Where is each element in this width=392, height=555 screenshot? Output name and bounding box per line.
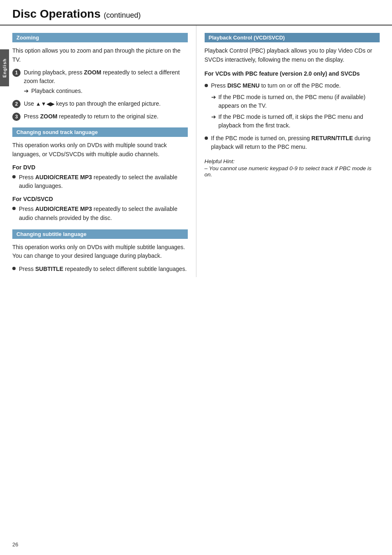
step-2-text-after: keys to pan through the enlarged picture… (55, 100, 161, 107)
arrow-r1 (211, 93, 218, 102)
step-1-arrow: Playback continues. (24, 87, 188, 95)
dvd-audio-bullet: Press AUDIO/CREATE MP3 repeatedly to sel… (12, 173, 188, 191)
step-1-text-before: During playback, press (24, 69, 84, 76)
step-2-content: Use ▲▼◀▶ keys to pan through the enlarge… (24, 99, 188, 108)
helpful-hint: Helpful Hint: – You cannot use numeric k… (205, 158, 380, 178)
continued-label: (continued) (104, 11, 141, 19)
vcds-header: For VCDs with PBC feature (version 2.0 o… (205, 70, 380, 78)
subtitle-content: Press SUBTITLE repeatedly to select diff… (19, 265, 188, 274)
subtitle-section: Changing subtitle language This operatio… (12, 229, 188, 274)
disc-menu-bullet: Press DISC MENU to turn on or off the PB… (205, 81, 380, 130)
step-2-text-before: Use (24, 100, 36, 107)
return-title-bullet: If the PBC mode is turned on, pressing R… (205, 134, 380, 152)
bullet-dot-r2 (205, 136, 208, 140)
arrow-symbol-1 (24, 87, 30, 95)
step-3-content: Press ZOOM repeatedly to return to the o… (24, 112, 188, 121)
bullet-dot-r1 (205, 84, 208, 87)
pbc-arrow-1: If the PBC mode is turned on, the PBC me… (211, 93, 380, 110)
playback-intro: Playback Control (PBC) playback allows y… (205, 46, 380, 64)
vcd-audio-bold: AUDIO/CREATE MP3 (35, 206, 92, 212)
bullet-dot-1 (12, 175, 16, 178)
vcd-audio-bullet: Press AUDIO/CREATE MP3 repeatedly to sel… (12, 205, 188, 222)
sound-section: Changing sound track language This opera… (12, 127, 188, 222)
page-number: 26 (12, 541, 18, 548)
language-tab: English (0, 49, 9, 86)
vcd-audio-content: Press AUDIO/CREATE MP3 repeatedly to sel… (19, 205, 188, 222)
playback-section: Playback Control (VCD/SVCD) Playback Con… (205, 33, 380, 178)
right-column: Playback Control (VCD/SVCD) Playback Con… (196, 25, 380, 277)
pbc-arrow-2: If the PBC mode is turned off, it skips … (211, 113, 380, 130)
pbc-arrow-1-text: If the PBC mode is turned on, the PBC me… (219, 93, 380, 110)
page-title: Disc Operations (continued) (12, 7, 141, 20)
sound-header: Changing sound track language (12, 127, 188, 137)
dvd-audio-before: Press (19, 174, 35, 180)
hint-title: Helpful Hint: (205, 158, 380, 164)
subtitle-bullet: Press SUBTITLE repeatedly to select diff… (12, 265, 188, 274)
subtitle-header: Changing subtitle language (12, 229, 188, 239)
step-number-3: 3 (12, 113, 21, 121)
content-area: Zooming This option allows you to zoom a… (0, 25, 392, 277)
zoom-step-1: 1 During playback, press ZOOM repeatedly… (12, 68, 188, 95)
dvd-audio-content: Press AUDIO/CREATE MP3 repeatedly to sel… (19, 173, 188, 191)
disc-menu-after: to turn on or off the PBC mode. (260, 82, 341, 89)
nav-arrows: ▲▼◀▶ (36, 101, 55, 107)
step-number-2: 2 (12, 100, 21, 108)
step-3-bold: ZOOM (40, 113, 58, 120)
vcd-audio-before: Press (19, 206, 35, 212)
left-column: Zooming This option allows you to zoom a… (12, 25, 196, 277)
disc-menu-before: Press (211, 82, 228, 89)
return-before: If the PBC mode is turned on, pressing (211, 135, 311, 141)
disc-menu-content: Press DISC MENU to turn on or off the PB… (211, 81, 380, 130)
subtitle-bold: SUBTITLE (35, 266, 63, 272)
language-label: English (2, 58, 7, 78)
zoom-step-3: 3 Press ZOOM repeatedly to return to the… (12, 112, 188, 121)
disc-menu-bold: DISC MENU (227, 82, 260, 89)
page-header: Disc Operations (continued) (0, 0, 392, 25)
step-1-content: During playback, press ZOOM repeatedly t… (24, 68, 188, 95)
step-3-text-before: Press (24, 113, 40, 120)
subtitle-before: Press (19, 266, 35, 272)
zooming-section: Zooming This option allows you to zoom a… (12, 33, 188, 121)
dvd-audio-bold: AUDIO/CREATE MP3 (35, 174, 92, 180)
sound-intro: This operation works only on DVDs with m… (12, 141, 188, 159)
playback-header: Playback Control (VCD/SVCD) (205, 33, 380, 42)
return-bold: RETURN/TITLE (311, 135, 353, 141)
step-1-arrow-text: Playback continues. (31, 87, 83, 95)
arrow-r2 (211, 113, 218, 121)
return-title-content: If the PBC mode is turned on, pressing R… (211, 134, 380, 152)
pbc-arrow-2-text: If the PBC mode is turned off, it skips … (219, 113, 380, 130)
zooming-intro: This option allows you to zoom and pan t… (12, 46, 188, 64)
bullet-dot-3 (12, 267, 16, 270)
zooming-header: Zooming (12, 33, 188, 42)
subtitle-after: repeatedly to select different subtitle … (63, 266, 187, 272)
page-container: English Disc Operations (continued) Zoom… (0, 0, 392, 555)
hint-text: – You cannot use numeric keypad 0-9 to s… (205, 165, 371, 178)
bullet-dot-2 (12, 207, 16, 210)
for-vcd-label: For VCD/SVCD (12, 196, 188, 202)
step-3-text-after: repeatedly to return to the original siz… (58, 113, 159, 120)
step-number-1: 1 (12, 69, 21, 77)
for-dvd-label: For DVD (12, 164, 188, 171)
zoom-step-2: 2 Use ▲▼◀▶ keys to pan through the enlar… (12, 99, 188, 108)
step-1-bold: ZOOM (84, 69, 101, 76)
subtitle-intro: This operation works only on DVDs with m… (12, 243, 188, 261)
